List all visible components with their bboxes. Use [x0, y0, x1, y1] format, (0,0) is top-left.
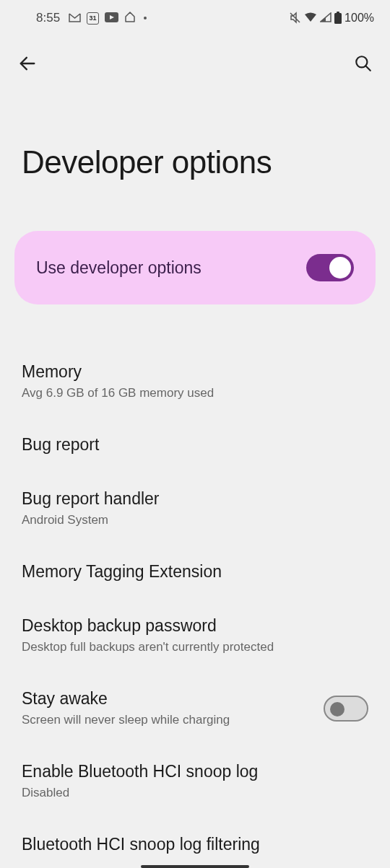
setting-title: Bug report handler — [22, 489, 368, 509]
svg-rect-2 — [337, 12, 339, 14]
calendar-icon: 31 — [87, 12, 99, 25]
setting-item[interactable]: Bug report handlerAndroid System — [22, 472, 368, 545]
home-icon — [124, 12, 136, 25]
setting-title: Bluetooth HCI snoop log filtering — [22, 835, 368, 854]
setting-title: Enable Bluetooth HCI snoop log — [22, 762, 368, 781]
nav-indicator — [141, 865, 249, 868]
setting-subtitle: Disabled — [22, 786, 368, 800]
setting-text: MemoryAvg 6.9 GB of 16 GB memory used — [22, 362, 368, 400]
setting-subtitle: Desktop full backups aren't currently pr… — [22, 640, 368, 654]
status-left: 8:55 31 — [36, 11, 147, 25]
gmail-icon — [69, 13, 81, 24]
setting-text: Desktop backup passwordDesktop full back… — [22, 616, 368, 654]
switch-thumb — [329, 257, 351, 279]
setting-title: Stay awake — [22, 689, 315, 709]
master-toggle-label: Use developer options — [36, 258, 202, 278]
youtube-icon — [105, 12, 118, 24]
setting-title: Bug report — [22, 435, 368, 455]
setting-text: Stay awakeScreen will never sleep while … — [22, 689, 315, 727]
setting-item[interactable]: Memory Tagging Extension — [22, 545, 368, 599]
signal-icon — [320, 12, 332, 24]
setting-switch[interactable] — [324, 696, 368, 722]
setting-text: Memory Tagging Extension — [22, 562, 368, 582]
master-toggle-switch[interactable] — [306, 254, 354, 281]
wifi-icon — [304, 12, 317, 24]
status-time: 8:55 — [36, 11, 60, 25]
setting-text: Enable Bluetooth HCI snoop logDisabled — [22, 762, 368, 800]
status-bar: 8:55 31 100% — [0, 0, 390, 33]
setting-item[interactable]: Stay awakeScreen will never sleep while … — [22, 672, 368, 745]
setting-item[interactable]: Bluetooth HCI snoop log filtering — [22, 817, 368, 868]
battery-icon — [334, 12, 342, 25]
setting-item[interactable]: Enable Bluetooth HCI snoop logDisabled — [22, 745, 368, 817]
setting-text: Bug report handlerAndroid System — [22, 489, 368, 527]
setting-item[interactable]: Bug report — [22, 418, 368, 472]
battery-percent: 100% — [344, 12, 374, 25]
setting-text: Bluetooth HCI snoop log filtering — [22, 835, 368, 854]
svg-rect-1 — [334, 13, 342, 24]
setting-subtitle: Android System — [22, 513, 368, 527]
app-bar — [0, 33, 390, 91]
setting-subtitle: Screen will never sleep while charging — [22, 713, 315, 727]
master-toggle-card[interactable]: Use developer options — [14, 231, 376, 304]
setting-item[interactable]: MemoryAvg 6.9 GB of 16 GB memory used — [22, 345, 368, 418]
back-button[interactable] — [17, 53, 38, 76]
setting-title: Desktop backup password — [22, 616, 368, 636]
settings-list: MemoryAvg 6.9 GB of 16 GB memory usedBug… — [0, 304, 390, 868]
setting-title: Memory — [22, 362, 368, 382]
status-right: 100% — [289, 12, 374, 25]
setting-title: Memory Tagging Extension — [22, 562, 368, 582]
switch-thumb — [330, 702, 344, 716]
setting-subtitle: Avg 6.9 GB of 16 GB memory used — [22, 386, 368, 400]
notification-dot-icon — [144, 17, 147, 19]
setting-item[interactable]: Desktop backup passwordDesktop full back… — [22, 599, 368, 672]
mute-icon — [289, 12, 301, 25]
page-title: Developer options — [0, 91, 390, 209]
search-button[interactable] — [354, 54, 373, 76]
setting-text: Bug report — [22, 435, 368, 455]
